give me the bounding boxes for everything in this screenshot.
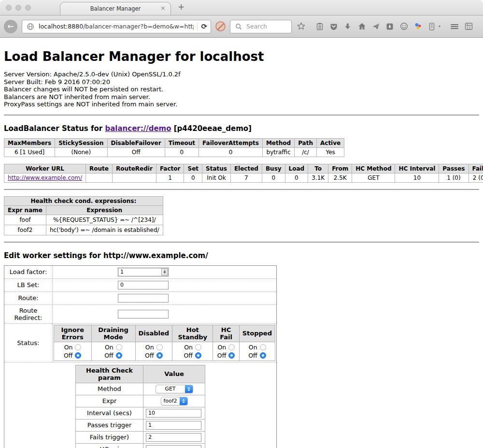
window-close-button[interactable] [6,5,12,11]
pocket-icon[interactable] [329,22,339,31]
route-input[interactable] [118,294,169,303]
column-header: Stopped [239,325,275,342]
load-factor-input[interactable] [118,268,161,276]
extension-dots-icon[interactable] [413,22,423,31]
column-header: Value [143,365,205,383]
stopped-off-radio[interactable] [260,352,266,359]
disabled-on-radio[interactable] [156,344,163,350]
window-minimize-button[interactable] [15,5,21,11]
balancer-demo-link[interactable]: balancer://demo [105,124,171,133]
server-info: Server Version: Apache/2.5.0-dev (Unix) … [4,71,479,108]
tab-balancer-manager[interactable]: Balancer Manager × [60,2,171,15]
reload-icon[interactable]: ⟳ [201,22,207,31]
navigation-toolbar: ← localhost:8880/balancer-manager?b=demo… [0,15,483,38]
server-built-line: Server Built: Feb 9 2016 07:00:20 [4,78,479,86]
table-row: Fails trigger) [76,431,205,443]
number-stepper-icon[interactable] [161,269,168,275]
draining-mode-on-radio[interactable] [116,344,122,350]
column-header: Ignore Errors [54,325,92,342]
globe-icon [26,22,35,31]
passes-input[interactable] [146,421,201,430]
feedback-smiley-icon[interactable] [399,22,409,31]
on-label: On [105,344,114,351]
cell: Off [107,147,165,157]
tab-close-icon[interactable]: × [160,5,166,11]
window-zoom-button[interactable] [25,5,31,11]
expression-cell: hc('body') =~ /domain is established/ [46,225,163,235]
hot-standby-off-radio[interactable] [195,352,201,359]
grid-panel-icon[interactable] [464,22,473,31]
column-header: FailoverAttempts [199,138,263,147]
column-header: Timeout [165,138,199,147]
chevron-down-icon[interactable]: ▾ [439,24,440,29]
cell: 10 [395,173,439,182]
content-blocked-icon[interactable] [215,21,226,31]
form-row-route: Route: [4,291,277,304]
back-button[interactable]: ← [4,20,17,33]
column-header: Route [86,164,113,173]
health-check-expressions-table: Health check cond. expressions: Expr nam… [4,196,163,235]
form-row-status: Status: Ignore Errors Draining Mode Disa… [4,323,277,362]
route-redirect-input[interactable] [118,310,169,318]
table-row: http://www.example.com/ 1 0 Init Ok 7 0 … [4,173,483,182]
cell: GET [352,173,395,182]
table-header-row: Health Check param Value [76,365,205,383]
method-select[interactable]: GET [156,385,193,393]
downloads-icon[interactable] [343,22,353,31]
url-text[interactable]: localhost:8880/balancer-manager?b=demo&w… [39,23,194,30]
sidebar-panel-icon[interactable] [427,22,437,31]
persist-notice-line: Balancer changes will NOT be persisted o… [4,86,479,93]
off-label: Off [217,352,226,359]
edit-worker-form: Load factor: LB Set: Route: Route Redire… [4,265,277,448]
column-header: RouteRedir [112,164,156,173]
divider [4,189,479,190]
home-icon[interactable] [357,22,367,31]
cell: 0 [262,173,285,182]
column-header: Path [295,138,317,147]
menu-hamburger-icon[interactable] [450,22,459,31]
search-bar[interactable]: Search [230,20,292,33]
table-row: 6 [1 Used] (None) Off 0 0 bytraffic /c/ … [4,147,344,157]
table-row: Method GET [76,383,205,395]
download-panel-icon[interactable] [385,22,395,31]
column-header: MaxMembers [4,138,55,147]
expr-select[interactable]: foof2 [161,397,188,405]
hot-standby-on-radio[interactable] [195,344,201,350]
column-header: Expr name [4,205,46,215]
hc-fail-on-radio[interactable] [228,344,235,350]
column-header: Busy [262,164,285,173]
bookmark-star-icon[interactable] [296,22,306,31]
cell: Init Ok [202,173,231,182]
disabled-off-radio[interactable] [156,352,163,359]
hc-uri-label: HC uri [76,443,143,448]
fails-input[interactable] [146,433,201,442]
reading-list-icon[interactable] [315,22,325,31]
hc-fail-off-radio[interactable] [228,352,235,359]
stopped-on-radio[interactable] [260,344,266,350]
form-row-hc-params: Health Check param Value Method GET [4,362,277,448]
send-icon[interactable] [371,22,381,31]
draining-mode-off-radio[interactable] [116,352,122,359]
loadbalancer-status-heading: LoadBalancer Status for balancer://demo … [4,124,479,133]
new-tab-button[interactable]: + [171,2,191,14]
lb-set-input[interactable] [118,281,169,289]
status-heading-suffix: [p4420eeae_demo] [171,124,252,133]
ignore-errors-on-radio[interactable] [75,344,81,350]
interval-input[interactable] [146,409,201,418]
toolbar-separator-2 [445,23,445,30]
table-title: Health check cond. expressions: [4,196,163,205]
on-label: On [64,344,73,351]
column-header: DisableFailover [107,138,165,147]
cell: 0 [184,173,202,182]
url-bar[interactable]: localhost:8880/balancer-manager?b=demo&w… [22,20,211,33]
column-header: Active [316,138,344,147]
table-title-row: Health check cond. expressions: [4,196,163,205]
url-separator [197,23,198,30]
column-header: Fails [469,164,483,173]
hc-uri-input[interactable] [146,445,201,448]
on-label: On [218,344,227,351]
ignore-errors-off-radio[interactable] [75,352,81,359]
worker-url-link[interactable]: http://www.example.com/ [8,174,82,181]
form-row-load-factor: Load factor: [4,265,277,278]
cell: 1 [156,173,184,182]
